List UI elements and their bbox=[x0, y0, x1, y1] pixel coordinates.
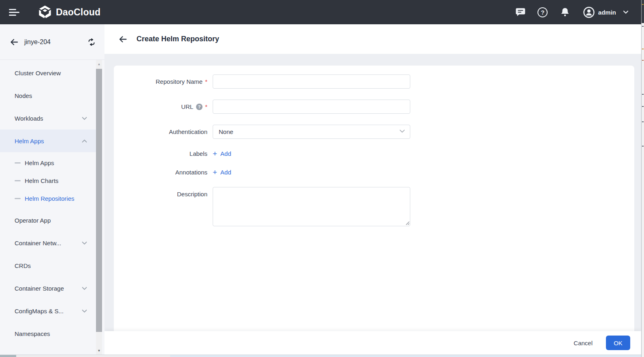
sidebar-header: jinye-204 bbox=[0, 24, 104, 60]
plus-icon: + bbox=[213, 150, 217, 157]
notifications-button[interactable] bbox=[559, 6, 571, 18]
annotations-add-button[interactable]: + Add bbox=[213, 168, 231, 176]
page-title: Create Helm Repository bbox=[136, 35, 219, 43]
user-name: admin bbox=[598, 9, 616, 16]
sidebar-item-label: Container Storage bbox=[15, 285, 64, 292]
resize-handle-icon[interactable] bbox=[405, 221, 409, 225]
sidebar-nav: Cluster Overview Nodes Workloads Helm Ap… bbox=[0, 60, 96, 345]
add-button-label: Add bbox=[220, 150, 231, 157]
sidebar-item-configmaps-secrets[interactable]: ConfigMaps & S... bbox=[0, 300, 96, 322]
sidebar-item-helm-apps[interactable]: Helm Apps bbox=[0, 130, 96, 152]
helm-apps-submenu: Helm Apps Helm Charts Helm Repositories bbox=[0, 152, 96, 209]
question-icon: ? bbox=[537, 7, 548, 17]
sidebar-subitem-helm-charts[interactable]: Helm Charts bbox=[0, 172, 96, 189]
repository-name-label: Repository Name bbox=[156, 78, 203, 85]
sidebar-item-label: ConfigMaps & S... bbox=[15, 308, 64, 314]
url-label: URL bbox=[181, 103, 193, 110]
labels-add-button[interactable]: + Add bbox=[213, 150, 231, 157]
authentication-select[interactable]: None bbox=[213, 125, 410, 139]
chevron-down-icon bbox=[82, 117, 87, 120]
avatar-icon bbox=[583, 6, 595, 18]
repository-name-input[interactable] bbox=[213, 74, 410, 89]
description-textarea[interactable] bbox=[213, 187, 410, 226]
sidebar-item-container-storage[interactable]: Container Storage bbox=[0, 277, 96, 300]
sidebar-item-label: Namespaces bbox=[15, 330, 50, 337]
cluster-name: jinye-204 bbox=[24, 38, 87, 46]
ok-button[interactable]: OK bbox=[606, 336, 630, 350]
sidebar-item-operator-app[interactable]: Operator App bbox=[0, 209, 96, 232]
sidebar: jinye-204 Cluster Overview Nodes Workloa… bbox=[0, 24, 104, 357]
create-helm-repository-form: Repository Name * URL ? * Authentication bbox=[114, 66, 634, 226]
sidebar-subitem-label: Helm Charts bbox=[25, 177, 58, 184]
sidebar-item-workloads[interactable]: Workloads bbox=[0, 107, 96, 130]
sidebar-item-cluster-overview[interactable]: Cluster Overview bbox=[0, 62, 96, 84]
sidebar-subitem-helm-apps[interactable]: Helm Apps bbox=[0, 154, 96, 172]
chevron-down-icon bbox=[82, 241, 87, 245]
form-row-authentication: Authentication None bbox=[114, 125, 634, 139]
dash-icon bbox=[15, 162, 21, 164]
required-asterisk: * bbox=[205, 103, 207, 110]
sidebar-item-crds[interactable]: CRDs bbox=[0, 254, 96, 277]
main-area: Create Helm Repository Repository Name *… bbox=[104, 24, 641, 357]
form-row-description: Description bbox=[114, 187, 634, 226]
daocloud-logo[interactable]: DaoCloud bbox=[38, 5, 100, 19]
sidebar-subitem-helm-repositories[interactable]: Helm Repositories bbox=[0, 189, 96, 207]
cancel-button[interactable]: Cancel bbox=[574, 340, 593, 346]
chevron-down-icon bbox=[623, 10, 629, 14]
scrollbar-thumb[interactable] bbox=[96, 69, 102, 332]
chevron-down-icon bbox=[399, 129, 405, 133]
chevron-up-icon bbox=[82, 139, 87, 143]
sidebar-item-label: Container Netw... bbox=[15, 240, 61, 246]
chevron-down-icon bbox=[82, 309, 87, 313]
form-row-annotations: Annotations + Add bbox=[114, 168, 634, 176]
page-back-button[interactable] bbox=[118, 35, 128, 43]
menu-icon[interactable] bbox=[9, 8, 21, 17]
help-button[interactable]: ? bbox=[537, 6, 548, 18]
sidebar-item-label: Nodes bbox=[15, 92, 32, 99]
form-row-url: URL ? * bbox=[114, 100, 634, 114]
cluster-back-button[interactable] bbox=[10, 38, 19, 46]
authentication-label: Authentication bbox=[169, 128, 207, 135]
sidebar-subitem-label: Helm Apps bbox=[25, 159, 54, 166]
chat-button[interactable] bbox=[515, 6, 526, 18]
screen-bottom-edge-artifact bbox=[0, 355, 644, 357]
annotations-label: Annotations bbox=[175, 169, 207, 176]
dash-icon bbox=[15, 180, 21, 181]
dash-icon bbox=[15, 198, 21, 199]
form-row-labels: Labels + Add bbox=[114, 150, 634, 157]
form-card: Repository Name * URL ? * Authentication bbox=[114, 66, 634, 331]
switch-cluster-icon[interactable] bbox=[87, 38, 96, 46]
sidebar-item-label: CRDs bbox=[15, 262, 31, 269]
sidebar-item-label: Helm Apps bbox=[15, 138, 44, 144]
form-row-repository-name: Repository Name * bbox=[114, 74, 634, 89]
sidebar-item-label: Workloads bbox=[15, 115, 43, 122]
sidebar-scrollbar[interactable]: ▲ ▼ bbox=[96, 60, 102, 355]
screen-right-edge-artifact bbox=[641, 0, 644, 357]
sidebar-item-label: Operator App bbox=[15, 217, 51, 224]
plus-icon: + bbox=[213, 168, 217, 176]
sidebar-item-label: Cluster Overview bbox=[15, 70, 61, 76]
authentication-selected-value: None bbox=[219, 128, 233, 135]
description-label: Description bbox=[177, 191, 207, 198]
brand-name: DaoCloud bbox=[56, 7, 100, 18]
labels-label: Labels bbox=[190, 150, 207, 157]
sidebar-item-namespaces[interactable]: Namespaces bbox=[0, 322, 96, 345]
scroll-down-icon[interactable]: ▼ bbox=[96, 347, 102, 354]
url-input[interactable] bbox=[213, 100, 410, 114]
sidebar-subitem-label: Helm Repositories bbox=[25, 195, 75, 202]
user-menu[interactable]: admin bbox=[583, 6, 629, 18]
sidebar-item-nodes[interactable]: Nodes bbox=[0, 84, 96, 107]
topbar: DaoCloud ? bbox=[0, 0, 644, 24]
url-help-icon[interactable]: ? bbox=[196, 104, 203, 110]
form-footer: Cancel OK bbox=[104, 331, 641, 355]
daocloud-cube-icon bbox=[38, 5, 52, 19]
scroll-up-icon[interactable]: ▲ bbox=[96, 61, 102, 67]
sidebar-item-container-network[interactable]: Container Netw... bbox=[0, 232, 96, 254]
required-asterisk: * bbox=[205, 78, 207, 85]
topbar-actions: ? admin bbox=[515, 6, 629, 18]
page-header: Create Helm Repository bbox=[104, 24, 641, 54]
add-button-label: Add bbox=[220, 169, 231, 176]
chevron-down-icon bbox=[82, 287, 87, 290]
